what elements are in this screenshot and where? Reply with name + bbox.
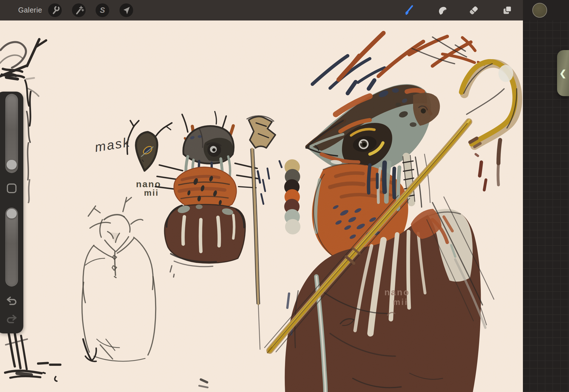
procreate-app: Galerie S (0, 0, 569, 392)
selection-s-icon: S (97, 5, 108, 15)
paper-grain-texture (0, 20, 523, 392)
smudge-finger-icon (436, 5, 448, 16)
paintbrush-icon (403, 5, 414, 16)
undo-icon (5, 296, 18, 307)
adjustments-button[interactable] (72, 3, 86, 17)
top-toolbar: Galerie S (0, 0, 569, 20)
brush-sidebar (0, 92, 23, 333)
undo-button[interactable] (5, 296, 18, 307)
drawing-canvas[interactable]: mask nano mii (0, 20, 523, 392)
modify-button[interactable] (7, 183, 17, 193)
magic-wand-icon (74, 5, 84, 15)
paint-tool-button[interactable] (403, 5, 414, 16)
opacity-slider[interactable] (5, 208, 18, 286)
chevron-left-icon: ❮ (559, 68, 566, 78)
sidebar-handle-button[interactable]: ❮ (557, 50, 569, 96)
layers-icon (502, 5, 513, 16)
transform-arrow-icon (121, 5, 131, 15)
active-color-swatch[interactable] (532, 3, 547, 18)
eraser-icon (468, 5, 479, 16)
selection-button[interactable]: S (96, 3, 109, 17)
artwork: mask nano mii (0, 20, 523, 392)
erase-tool-button[interactable] (468, 5, 479, 16)
smudge-tool-button[interactable] (436, 5, 448, 16)
redo-icon (5, 314, 18, 325)
redo-button[interactable] (5, 314, 18, 325)
opacity-slider-thumb[interactable] (7, 209, 17, 218)
wrench-icon (50, 5, 60, 15)
svg-text:S: S (100, 6, 105, 15)
layers-button[interactable] (502, 5, 513, 16)
transform-button[interactable] (119, 3, 133, 17)
gallery-button[interactable]: Galerie (18, 6, 42, 14)
actions-button[interactable] (48, 3, 62, 17)
brush-size-slider-thumb[interactable] (7, 160, 17, 170)
